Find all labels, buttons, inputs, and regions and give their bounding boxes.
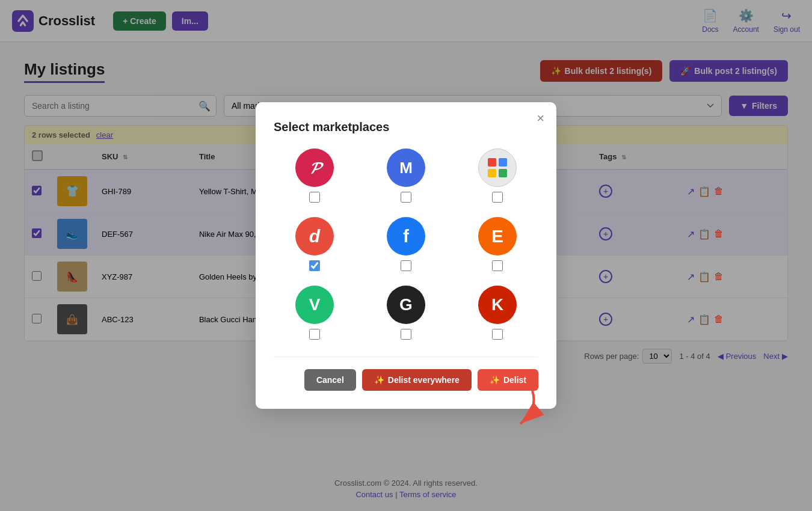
- svg-rect-3: [488, 169, 496, 177]
- depop-checkbox[interactable]: [309, 260, 320, 271]
- marketplace-item-mercari: M: [365, 148, 447, 203]
- vinted-checkbox[interactable]: [309, 329, 320, 340]
- marketplace-item-vinted: V: [274, 286, 355, 340]
- google-shopping-icon[interactable]: [478, 148, 517, 187]
- depop-icon[interactable]: d: [295, 217, 334, 256]
- poshmark-icon[interactable]: 𝓟: [295, 148, 334, 187]
- svg-rect-4: [499, 169, 507, 177]
- select-marketplaces-dialog: × Select marketplaces 𝓟 M: [256, 102, 556, 409]
- marketplace-item-poshmark: 𝓟: [274, 148, 355, 203]
- svg-rect-2: [499, 158, 507, 167]
- grailed-icon[interactable]: G: [387, 286, 425, 324]
- mercari-icon[interactable]: M: [387, 148, 425, 187]
- delist-everywhere-icon: ✨: [374, 375, 384, 385]
- marketplace-item-google: [457, 148, 538, 203]
- marketplace-item-facebook: f: [365, 217, 447, 271]
- facebook-icon[interactable]: f: [387, 217, 425, 256]
- grailed-checkbox[interactable]: [401, 329, 411, 340]
- etsy-checkbox[interactable]: [492, 260, 503, 271]
- dialog-footer: Cancel ✨ Delist everywhere ✨ Delist: [274, 356, 538, 391]
- facebook-checkbox[interactable]: [401, 260, 411, 271]
- marketplace-item-etsy: E: [457, 217, 538, 271]
- delist-everywhere-button[interactable]: ✨ Delist everywhere: [362, 369, 472, 391]
- mercari-checkbox[interactable]: [401, 192, 411, 203]
- marketplace-item-kidizen: K: [457, 286, 538, 340]
- poshmark-checkbox[interactable]: [309, 192, 320, 203]
- modal-overlay[interactable]: × Select marketplaces 𝓟 M: [0, 0, 812, 511]
- etsy-icon[interactable]: E: [478, 217, 517, 256]
- svg-rect-1: [488, 158, 496, 167]
- red-arrow: [496, 385, 544, 433]
- dialog-title: Select marketplaces: [274, 120, 538, 134]
- marketplace-item-depop: d: [274, 217, 355, 271]
- cancel-button[interactable]: Cancel: [304, 369, 356, 391]
- vinted-icon[interactable]: V: [295, 286, 334, 324]
- dialog-close-button[interactable]: ×: [537, 112, 544, 125]
- marketplace-grid: 𝓟 M: [274, 148, 538, 340]
- kidizen-icon[interactable]: K: [478, 286, 517, 324]
- marketplace-item-grailed: G: [365, 286, 447, 340]
- delist-icon: ✨: [490, 375, 500, 385]
- kidizen-checkbox[interactable]: [492, 329, 503, 340]
- delist-button-wrap: ✨ Delist: [478, 369, 538, 391]
- google-checkbox[interactable]: [492, 192, 503, 203]
